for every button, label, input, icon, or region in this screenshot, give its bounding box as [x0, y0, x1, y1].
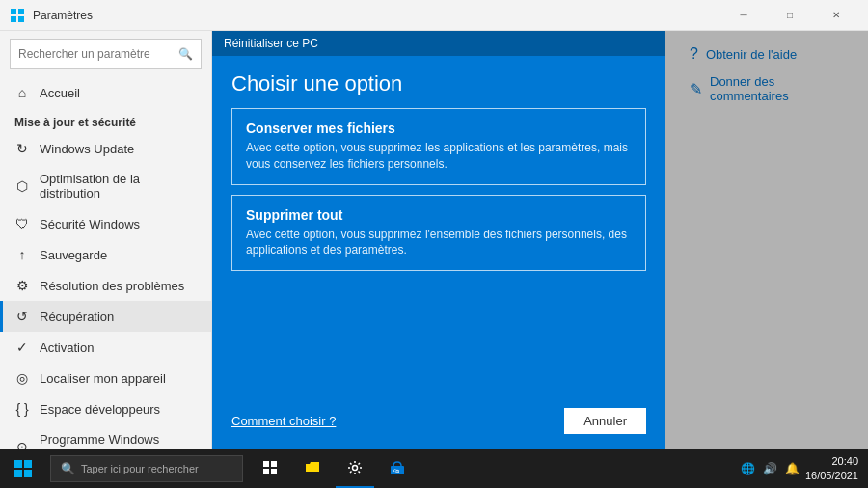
- app-icon: [10, 8, 25, 23]
- recovery-icon: ↺: [14, 309, 30, 324]
- battery-icon: 🔔: [785, 462, 800, 475]
- sidebar-item-label: Optimisation de la distribution: [40, 172, 197, 201]
- taskbar: 🔍 Taper ici pour rechercher: [0, 449, 868, 488]
- svg-rect-8: [263, 461, 269, 467]
- sidebar-item-activation[interactable]: ✓ Activation: [0, 332, 211, 363]
- troubleshoot-icon: ⚙: [14, 278, 30, 293]
- svg-rect-7: [24, 470, 32, 477]
- network-icon[interactable]: 🌐: [741, 462, 755, 475]
- svg-point-12: [353, 466, 358, 471]
- sidebar-item-label: Sécurité Windows: [40, 217, 140, 231]
- svg-rect-9: [271, 461, 277, 467]
- maximize-button[interactable]: □: [768, 0, 812, 31]
- home-icon: ⌂: [14, 85, 30, 100]
- title-bar: Paramètres ─ □ ✕: [0, 0, 868, 31]
- taskbar-search-icon: 🔍: [61, 462, 75, 475]
- shield-icon: 🛡: [14, 216, 30, 231]
- dev-icon: { }: [14, 401, 30, 417]
- sidebar-item-insider[interactable]: ⊙ Programme Windows Insider: [0, 424, 211, 449]
- sidebar-item-label: Sauvegarde: [40, 248, 107, 262]
- modal-options: Conserver mes fichiers Avec cette option…: [212, 108, 665, 271]
- taskbar-app-view[interactable]: [251, 449, 289, 488]
- sidebar-item-distribution[interactable]: ⬡ Optimisation de la distribution: [0, 164, 211, 208]
- sidebar-item-label: Windows Update: [40, 142, 134, 156]
- sidebar-item-label: Accueil: [40, 86, 80, 100]
- sidebar-item-localiser[interactable]: ◎ Localiser mon appareil: [0, 363, 211, 393]
- sidebar-item-label: Récupération: [40, 310, 114, 324]
- option-remove-all-desc: Avec cette option, vous supprimez l'ense…: [246, 227, 632, 259]
- sidebar-item-securite[interactable]: 🛡 Sécurité Windows: [0, 208, 211, 239]
- svg-rect-5: [24, 460, 32, 468]
- locate-icon: ◎: [14, 370, 30, 386]
- activation-icon: ✓: [14, 339, 30, 355]
- modal-help-link[interactable]: Comment choisir ?: [231, 414, 336, 428]
- sidebar-item-developpeurs[interactable]: { } Espace développeurs: [0, 393, 211, 424]
- option-keep-files[interactable]: Conserver mes fichiers Avec cette option…: [231, 108, 646, 185]
- svg-text:🛍: 🛍: [393, 468, 399, 474]
- sidebar-section-label: Mise à jour et sécurité: [0, 108, 211, 133]
- modal-overlay: Réinitialiser ce PC Choisir une option C…: [212, 31, 868, 449]
- insider-icon: ⊙: [14, 439, 30, 449]
- start-button[interactable]: [0, 449, 46, 488]
- svg-rect-2: [11, 16, 16, 22]
- option-remove-all-title: Supprimer tout: [246, 207, 632, 223]
- sidebar-item-label: Localiser mon appareil: [40, 371, 166, 386]
- taskbar-app-settings[interactable]: [336, 449, 374, 488]
- sidebar-item-label: Programme Windows Insider: [40, 432, 197, 449]
- modal-title: Choisir une option: [212, 56, 665, 108]
- clock-time: 20:40: [805, 454, 858, 469]
- taskbar-icons: 🌐 🔊 🔔: [741, 462, 800, 475]
- taskbar-search[interactable]: 🔍 Taper ici pour rechercher: [50, 455, 243, 482]
- svg-rect-1: [18, 9, 24, 14]
- svg-rect-0: [11, 9, 16, 14]
- taskbar-apps: 🛍: [251, 449, 417, 488]
- taskbar-app-explorer[interactable]: [293, 449, 332, 488]
- sidebar-item-resolution[interactable]: ⚙ Résolution des problèmes: [0, 270, 211, 301]
- modal-header-bar: Réinitialiser ce PC: [212, 31, 665, 56]
- taskbar-clock[interactable]: 20:40 16/05/2021: [805, 454, 858, 484]
- sidebar-item-recuperation[interactable]: ↺ Récupération: [0, 301, 211, 332]
- title-bar-text: Paramètres: [33, 9, 721, 22]
- search-icon: 🔍: [178, 47, 193, 61]
- sidebar-item-label: Activation: [40, 340, 94, 355]
- svg-rect-6: [14, 470, 22, 477]
- taskbar-search-text: Taper ici pour rechercher: [81, 463, 199, 474]
- option-keep-files-title: Conserver mes fichiers: [246, 121, 632, 136]
- update-icon: ↻: [14, 141, 30, 156]
- option-keep-files-desc: Avec cette option, vous supprimez les ap…: [246, 140, 632, 173]
- svg-rect-11: [271, 469, 277, 474]
- option-remove-all[interactable]: Supprimer tout Avec cette option, vous s…: [231, 195, 646, 272]
- close-button[interactable]: ✕: [814, 0, 858, 31]
- volume-icon[interactable]: 🔊: [763, 462, 777, 475]
- sidebar-item-windows-update[interactable]: ↻ Windows Update: [0, 133, 211, 164]
- distribution-icon: ⬡: [14, 178, 30, 194]
- cancel-button[interactable]: Annuler: [564, 408, 646, 434]
- modal-footer: Comment choisir ? Annuler: [212, 393, 665, 449]
- sidebar-item-label: Résolution des problèmes: [40, 279, 184, 293]
- minimize-button[interactable]: ─: [721, 0, 766, 31]
- search-input[interactable]: [18, 47, 178, 61]
- taskbar-right: 🌐 🔊 🔔 20:40 16/05/2021: [741, 454, 868, 484]
- clock-date: 16/05/2021: [805, 469, 858, 483]
- sidebar-item-sauvegarde[interactable]: ↑ Sauvegarde: [0, 239, 211, 270]
- svg-rect-3: [18, 16, 24, 22]
- taskbar-app-store[interactable]: 🛍: [378, 449, 417, 488]
- search-box[interactable]: 🔍: [10, 39, 202, 69]
- sidebar: 🔍 ⌂ Accueil Mise à jour et sécurité ↻ Wi…: [0, 31, 212, 449]
- svg-rect-4: [14, 460, 22, 468]
- svg-rect-10: [263, 469, 269, 474]
- sidebar-item-accueil[interactable]: ⌂ Accueil: [0, 77, 211, 108]
- window-controls: ─ □ ✕: [721, 0, 858, 31]
- modal-dialog: Réinitialiser ce PC Choisir une option C…: [212, 31, 665, 449]
- backup-icon: ↑: [14, 247, 30, 262]
- sidebar-item-label: Espace développeurs: [40, 402, 160, 417]
